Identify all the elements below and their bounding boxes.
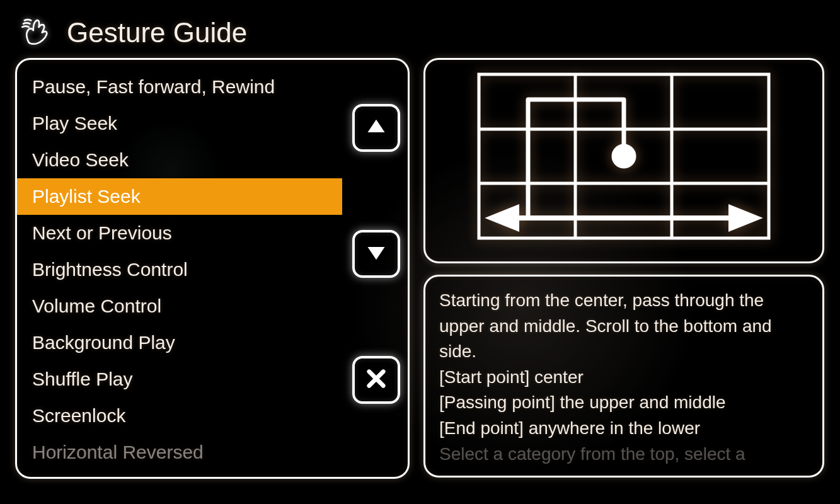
gesture-item[interactable]: Video Seek bbox=[17, 142, 408, 178]
gesture-list-panel: Pause, Fast forward, Rewind Play Seek Vi… bbox=[15, 58, 410, 479]
description-passing: [Passing point] the upper and middle bbox=[439, 390, 808, 416]
gesture-item[interactable]: Play Seek bbox=[17, 105, 408, 142]
gesture-item[interactable]: Volume Control bbox=[17, 288, 408, 324]
gesture-item[interactable]: Horizontal Reversed bbox=[17, 434, 408, 471]
gesture-item-selected[interactable]: Playlist Seek bbox=[17, 178, 342, 215]
svg-marker-1 bbox=[368, 247, 385, 260]
gesture-diagram-panel bbox=[423, 58, 824, 263]
header: Gesture Guide bbox=[0, 0, 840, 58]
gesture-item[interactable]: Shuffle Play bbox=[17, 361, 408, 398]
svg-marker-10 bbox=[731, 208, 756, 228]
description-text: Starting from the center, pass through t… bbox=[439, 288, 808, 365]
scroll-down-button[interactable] bbox=[352, 230, 400, 278]
triangle-up-icon bbox=[365, 115, 388, 140]
description-end: [End point] anywhere in the lower bbox=[439, 416, 808, 442]
gesture-item[interactable]: Brightness Control bbox=[17, 251, 408, 288]
description-overflow: Select a category from the top, select a bbox=[439, 442, 808, 467]
triangle-down-icon bbox=[365, 241, 388, 266]
gesture-item[interactable]: Next or Previous bbox=[17, 215, 408, 251]
close-icon bbox=[365, 367, 388, 392]
gesture-item[interactable]: Background Play bbox=[17, 324, 408, 361]
page-title: Gesture Guide bbox=[67, 17, 247, 49]
gesture-item[interactable]: Pause, Fast forward, Rewind bbox=[17, 69, 408, 105]
description-start: [Start point] center bbox=[439, 365, 808, 391]
gesture-item[interactable]: Screenlock bbox=[17, 398, 408, 434]
gesture-hand-icon bbox=[19, 14, 54, 52]
gesture-list: Pause, Fast forward, Rewind Play Seek Vi… bbox=[17, 69, 408, 471]
svg-marker-9 bbox=[492, 208, 517, 228]
svg-marker-0 bbox=[368, 120, 385, 132]
close-button[interactable] bbox=[352, 356, 400, 404]
scroll-up-button[interactable] bbox=[352, 104, 400, 152]
gesture-diagram-icon bbox=[454, 68, 794, 253]
gesture-description-panel: Starting from the center, pass through t… bbox=[423, 275, 824, 478]
